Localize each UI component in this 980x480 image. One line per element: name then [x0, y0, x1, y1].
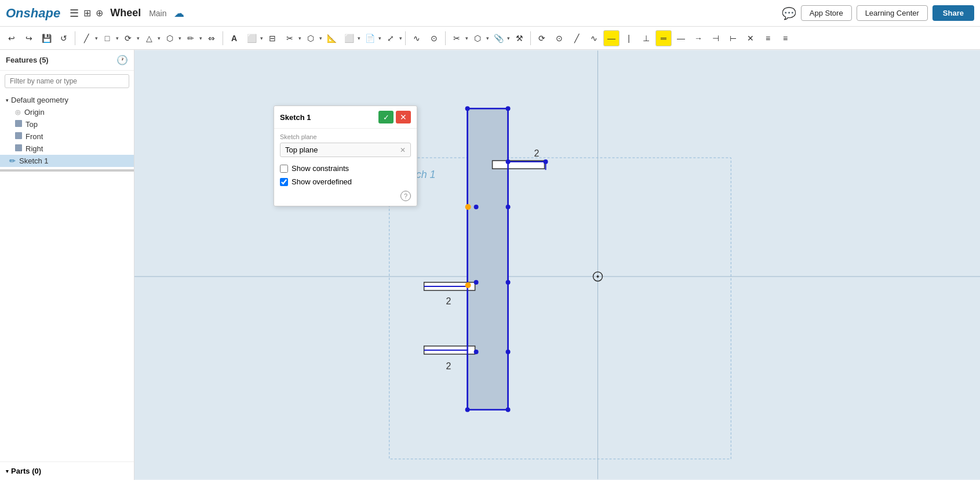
use-button[interactable]: ⚒	[511, 30, 527, 46]
line-caret[interactable]: ▾	[95, 35, 98, 41]
chat-icon[interactable]: 💬	[782, 6, 796, 20]
perpendicular-button[interactable]: ∿	[586, 30, 602, 46]
sidebar-item-top[interactable]: Top	[0, 118, 134, 130]
learning-center-button[interactable]: Learning Center	[857, 5, 928, 21]
undo-button[interactable]: ↩	[3, 30, 20, 46]
arc-button[interactable]: △	[141, 30, 157, 46]
features-filter-input[interactable]	[5, 74, 129, 88]
sketch-fillet-tool[interactable]: ✏ ▾	[183, 30, 202, 46]
pattern-tool[interactable]: ⬜ ▾	[341, 30, 360, 46]
horizontal-constraint[interactable]: —	[603, 30, 620, 46]
offset-caret[interactable]: ▾	[507, 35, 510, 41]
toolbar-icon-1[interactable]: ⊞	[83, 8, 91, 19]
extend-caret[interactable]: ▾	[486, 35, 489, 41]
show-overdefined-checkbox[interactable]	[280, 178, 288, 186]
circle-tool[interactable]: ⟳ ▾	[120, 30, 140, 46]
dimension-button[interactable]: ⊟	[264, 30, 280, 46]
features-clock-icon[interactable]: 🕐	[116, 54, 128, 66]
sketch-plane-value: Top plane	[285, 146, 318, 154]
mirror-caret[interactable]: ▾	[319, 35, 322, 41]
redo-button[interactable]: ↪	[21, 30, 37, 46]
trim-button[interactable]: ✂	[282, 30, 298, 46]
tangent-button[interactable]: ⊥	[638, 30, 654, 46]
pattern2-button[interactable]: ≡	[777, 30, 793, 46]
transform-caret[interactable]: ▾	[260, 35, 263, 41]
point-button[interactable]: ⊙	[426, 30, 442, 46]
save-button[interactable]: 💾	[38, 30, 54, 46]
pattern-button[interactable]: ⬜	[341, 30, 357, 46]
pattern-caret[interactable]: ▾	[358, 35, 360, 41]
top-cube-icon	[15, 120, 22, 129]
import-caret[interactable]: ▾	[378, 35, 381, 41]
cut-caret[interactable]: ▾	[465, 35, 468, 41]
history-button[interactable]: ↺	[56, 30, 72, 46]
sketch-canvas[interactable]: Sketch 1 2 2	[134, 50, 980, 480]
export-button[interactable]: ⤢	[382, 30, 399, 46]
polygon-button[interactable]: ⬡	[162, 30, 178, 46]
text-button[interactable]: A	[226, 30, 242, 46]
parallel-button[interactable]: ╱	[569, 30, 585, 46]
line-tool[interactable]: ╱ ▾	[78, 30, 98, 46]
construction-button[interactable]: ⇔	[203, 30, 220, 46]
transform-button[interactable]: ⬜	[243, 30, 260, 46]
import-button[interactable]: 📄	[362, 30, 378, 46]
rectangle-button[interactable]: □	[99, 30, 115, 46]
share-button[interactable]: Share	[932, 5, 974, 21]
midpoint-button[interactable]: →	[690, 30, 706, 46]
trim-caret[interactable]: ▾	[298, 35, 301, 41]
sketch-fillet-caret[interactable]: ▾	[199, 35, 202, 41]
cut-button[interactable]: ✂	[449, 30, 465, 46]
rectangle-caret[interactable]: ▾	[116, 35, 119, 41]
show-constraints-label: Show constraints	[292, 164, 349, 173]
sketch-fillet-button[interactable]: ✏	[183, 30, 199, 46]
appstore-button[interactable]: App Store	[801, 5, 852, 21]
arc-tool[interactable]: △ ▾	[141, 30, 161, 46]
rectangle-tool[interactable]: □ ▾	[99, 30, 119, 46]
menu-icon[interactable]: ☰	[70, 7, 79, 20]
silhouette-button[interactable]: ≡	[760, 30, 776, 46]
extend-button[interactable]: ⬡	[469, 30, 486, 46]
polygon-tool[interactable]: ⬡ ▾	[162, 30, 181, 46]
circle-caret[interactable]: ▾	[137, 35, 140, 41]
export-tool[interactable]: ⤢ ▾	[382, 30, 402, 46]
trim-tool[interactable]: ✂ ▾	[282, 30, 301, 46]
measure-button[interactable]: 📐	[323, 30, 340, 46]
import-tool[interactable]: 📄 ▾	[362, 30, 381, 46]
transform-tool[interactable]: ⬜ ▾	[243, 30, 263, 46]
coincident-button[interactable]: ⟳	[534, 30, 550, 46]
line-button[interactable]: ╱	[78, 30, 94, 46]
show-constraints-checkbox[interactable]	[280, 165, 288, 173]
sidebar-item-right[interactable]: Right	[0, 143, 134, 155]
sidebar-item-sketch1[interactable]: ✏ Sketch 1	[0, 155, 134, 167]
default-geometry-group[interactable]: ▾ Default geometry	[0, 94, 134, 106]
extend-tool[interactable]: ⬡ ▾	[469, 30, 489, 46]
cut-tool[interactable]: ✂ ▾	[449, 30, 468, 46]
pierce-button[interactable]: ⊢	[725, 30, 741, 46]
circle-button[interactable]: ⟳	[120, 30, 136, 46]
cancel-sketch-button[interactable]: ✕	[396, 111, 411, 123]
offset-button[interactable]: 📎	[490, 30, 507, 46]
sidebar-item-front[interactable]: Front	[0, 130, 134, 143]
help-icon[interactable]: ?	[400, 191, 411, 201]
confirm-sketch-button[interactable]: ✓	[378, 111, 394, 123]
vertical-constraint[interactable]: |	[621, 30, 637, 46]
fixed-button[interactable]: ⊣	[708, 30, 724, 46]
offset-tool[interactable]: 📎 ▾	[490, 30, 510, 46]
equal-constraint[interactable]: ═	[655, 30, 672, 46]
concentric-button[interactable]: ⊙	[551, 30, 567, 46]
separator-4	[445, 31, 446, 45]
symmetric-button[interactable]: —	[673, 30, 689, 46]
export-caret[interactable]: ▾	[399, 35, 402, 41]
mirror-tool[interactable]: ⬡ ▾	[303, 30, 322, 46]
parts-group[interactable]: ▾ Parts (0)	[0, 464, 134, 478]
spline-button[interactable]: ∿	[409, 30, 425, 46]
normal-button[interactable]: ✕	[742, 30, 759, 46]
svg-rect-4	[468, 108, 508, 410]
sidebar-item-origin[interactable]: ◎ Origin	[0, 106, 134, 118]
toolbar-icon-2[interactable]: ⊕	[96, 8, 103, 19]
arc-caret[interactable]: ▾	[158, 35, 161, 41]
polygon-caret[interactable]: ▾	[178, 35, 181, 41]
mirror-button[interactable]: ⬡	[303, 30, 319, 46]
sketch-plane-field[interactable]: Top plane ✕	[280, 143, 411, 157]
clear-plane-icon[interactable]: ✕	[400, 146, 406, 154]
